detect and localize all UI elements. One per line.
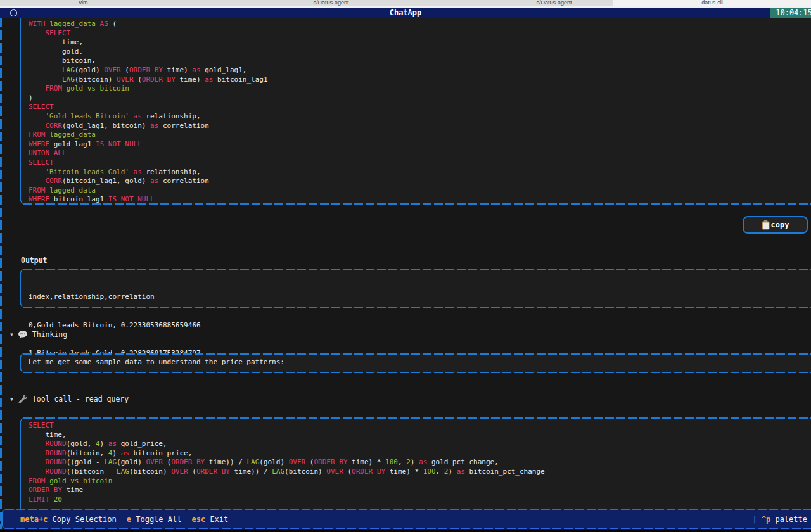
tab-vim[interactable]: vim [0,0,167,6]
tab-label: datus-cli [701,0,723,6]
code-line: 'Bitcoin leads Gold' as relationship, [29,168,811,177]
code-line: WHERE gold_lag1 IS NOT NULL [29,140,811,149]
output-line: index,relationship,correlation [29,293,811,302]
footer-key-bar: meta+c Copy Selection e Toggle All esc E… [1,509,811,529]
tab-datus-cli[interactable]: datus-cli [613,0,811,6]
thinking-title: Thinking [32,330,67,339]
code-line: gold, [29,48,811,57]
app-title: ChatApp [0,8,811,18]
code-line: ROUND((gold - LAG(gold) OVER (ORDER BY t… [29,458,811,467]
collapse-triangle-icon[interactable]: ▼ [10,396,13,402]
tab-datus-agent-1[interactable]: ..c/Datus-agent [167,0,492,6]
thinking-text: Let me get some sample data to understan… [21,353,811,367]
code-line: FROM gold_vs_bitcoin [29,477,811,486]
loading-spinner-icon [10,10,17,16]
terminal-tab-bar: vim ..c/Datus-agent ..c/Datus-agent datu… [0,0,811,8]
code-line: FROM gold_vs_bitcoin [29,84,811,94]
collapse-triangle-icon[interactable]: ▼ [10,332,13,338]
code-line: 'Gold leads Bitcoin' as relationship, [29,112,811,122]
code-line: CORR(bitcoin_lag1, gold) as correlation [29,177,811,186]
code-line: SELECT [29,29,811,39]
sql-code-block-1: WITH lagged_data AS ( SELECT time, gold,… [20,18,811,205]
code-line: ROUND(gold, 4) as gold_price, [29,440,811,449]
panel-border [23,203,811,205]
tab-label: ..c/Datus-agent [533,0,572,6]
key-binding-toggle-all[interactable]: e Toggle All [127,515,182,524]
sql-code-block-2: SELECT time, ROUND(gold, 4) as gold_pric… [20,417,811,509]
tool-call-header[interactable]: ▼ Tool call - read_query [10,395,129,403]
app-title-bar: ChatApp 10:04:15 [0,8,811,18]
code-line: ORDER BY time [29,486,811,495]
code-line: WITH lagged_data AS ( [29,20,811,29]
tab-label: ..c/Datus-agent [310,0,348,6]
code-line: ROUND((bitcoin - LAG(bitcoin) OVER (ORDE… [29,467,811,477]
output-line: 0,Gold leads Bitcoin,-0.2233053688565946… [29,321,811,331]
panel-border [23,353,811,355]
clipboard-icon [762,220,770,230]
output-box: index,relationship,correlation 0,Gold le… [20,269,811,308]
wrench-icon [18,395,27,403]
copy-button[interactable]: copy [743,216,808,234]
footer-border [5,528,811,530]
code-line: SELECT [29,158,811,168]
speech-bubble-icon [18,331,27,339]
thinking-box: Let me get some sample data to understan… [20,353,811,373]
tool-call-title: Tool call - read_query [32,395,129,403]
key-binding-copy-selection[interactable]: meta+c Copy Selection [20,515,117,524]
tab-label: vim [79,0,88,6]
code-line: time, [29,38,811,48]
panel-border [23,372,811,374]
key-binding-exit[interactable]: esc Exit [191,515,228,524]
copy-button-label: copy [771,220,789,229]
code-line: LIMIT 20 [29,495,811,505]
code-line: ) [29,94,811,103]
sql-code-1[interactable]: WITH lagged_data AS ( SELECT time, gold,… [21,18,811,205]
code-line: LAG(gold) OVER (ORDER BY time) as gold_l… [29,66,811,75]
code-line: FROM lagged_data [29,186,811,196]
code-line: ROUND(bitcoin, 4) as bitcoin_price, [29,449,811,459]
code-line: LAG(bitcoin) OVER (ORDER BY time) as bit… [29,75,811,85]
panel-border [23,417,811,419]
tab-datus-agent-2[interactable]: ..c/Datus-agent [492,0,613,6]
chat-scroll-rail[interactable] [0,18,2,529]
thinking-section-header[interactable]: ▼ Thinking [10,330,67,339]
code-line: FROM lagged_data [29,130,811,140]
code-line: SELECT [29,103,811,112]
key-binding-palette[interactable]: ^p palette [762,515,807,524]
code-line: CORR(gold_lag1, bitcoin) as correlation [29,122,811,131]
sql-code-2[interactable]: SELECT time, ROUND(gold, 4) as gold_pric… [21,417,811,504]
clock: 10:04:15 [770,8,811,18]
code-line: UNION ALL [29,149,811,158]
output-label: Output [21,256,48,265]
code-line: SELECT [29,421,811,431]
panel-border [23,269,811,270]
code-line: bitcoin, [29,56,811,66]
code-line: time, [29,431,811,440]
panel-border [23,307,811,308]
footer-separator: | [753,515,757,524]
